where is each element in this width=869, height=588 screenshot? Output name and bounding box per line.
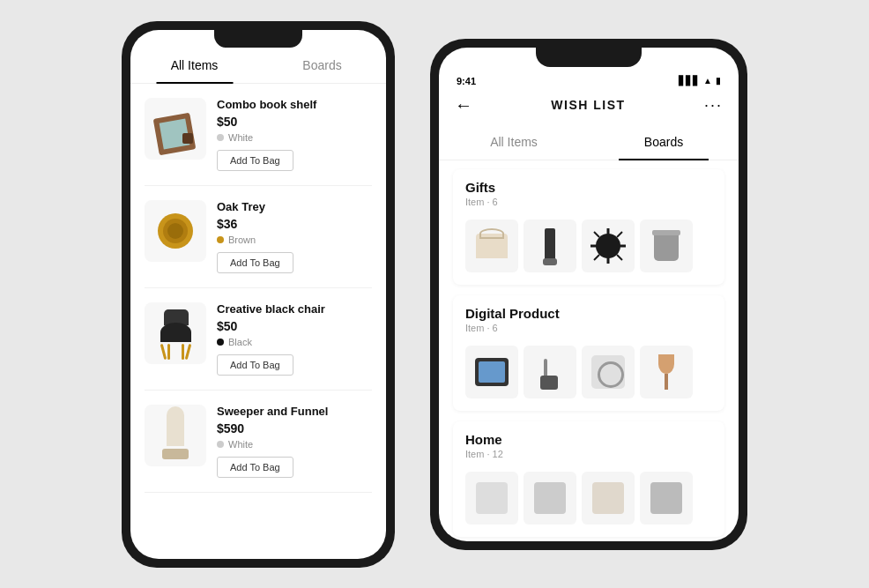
wifi-icon: ▲ xyxy=(703,76,712,86)
tabs-right: All Items Boards xyxy=(439,124,739,160)
chair-leg-fr xyxy=(184,343,191,359)
product-image-sweeper xyxy=(145,405,206,466)
board-section-home: Home Item · 12 xyxy=(453,421,724,537)
product-name-3: Creative black chair xyxy=(217,302,372,316)
svg-line-5 xyxy=(594,232,599,237)
color-dot-4 xyxy=(217,441,224,448)
status-time: 9:41 xyxy=(457,76,476,86)
board-section-gifts: Gifts Item · 6 xyxy=(453,169,724,285)
product-image-tray xyxy=(145,200,206,262)
board-digital-count: Item · 6 xyxy=(465,323,712,333)
status-bar: 9:41 ▋▋▋ ▲ ▮ xyxy=(439,67,739,90)
product-item: Oak Trey $36 Brown Add To Bag xyxy=(145,186,372,288)
product-color-4: White xyxy=(217,439,372,450)
cable-icon xyxy=(537,354,563,390)
lamp-icon xyxy=(655,354,678,390)
home-item-icon-4 xyxy=(650,482,682,514)
product-name-1: Combo book shelf xyxy=(217,98,372,111)
home-item-icon-2 xyxy=(534,482,566,514)
board-digital-header: Digital Product Item · 6 xyxy=(453,295,724,337)
board-img-lamp xyxy=(640,346,693,398)
product-item: Sweeper and Funnel $590 White Add To Bag xyxy=(145,391,372,493)
sweeper-base xyxy=(162,449,189,459)
board-home-count: Item · 12 xyxy=(465,449,712,459)
status-icons: ▋▋▋ ▲ ▮ xyxy=(679,76,721,86)
board-list: Gifts Item · 6 xyxy=(439,160,739,541)
tab-all-items-left[interactable]: All Items xyxy=(130,48,258,83)
board-section-digital: Digital Product Item · 6 xyxy=(453,295,724,411)
board-img-brush xyxy=(524,220,576,272)
board-img-home-1 xyxy=(465,472,518,525)
tray-circle-inner xyxy=(167,223,183,239)
product-info-2: Oak Trey $36 Brown Add To Bag xyxy=(217,200,372,273)
board-img-cable xyxy=(524,346,576,398)
board-digital-title: Digital Product xyxy=(465,306,712,321)
color-dot-2 xyxy=(217,236,224,243)
product-name-2: Oak Trey xyxy=(217,200,372,213)
right-screen: 9:41 ▋▋▋ ▲ ▮ ← WISH LIST ··· All Items B… xyxy=(439,48,739,541)
product-info-1: Combo book shelf $50 White Add To Bag xyxy=(217,98,372,171)
right-notch xyxy=(536,48,642,67)
tab-boards-left[interactable]: Boards xyxy=(258,48,386,83)
tab-all-items-right[interactable]: All Items xyxy=(439,124,589,160)
chair-leg-left xyxy=(167,344,170,360)
board-img-home-4 xyxy=(640,472,693,525)
back-button[interactable]: ← xyxy=(455,95,472,115)
product-item: Combo book shelf $50 White Add To Bag xyxy=(145,84,372,186)
right-phone: 9:41 ▋▋▋ ▲ ▮ ← WISH LIST ··· All Items B… xyxy=(430,39,747,550)
spiky-ball-icon xyxy=(590,228,626,264)
add-to-bag-btn-1[interactable]: Add To Bag xyxy=(217,150,293,171)
board-gifts-title: Gifts xyxy=(465,180,712,195)
chair-icon xyxy=(152,307,200,360)
add-to-bag-btn-4[interactable]: Add To Bag xyxy=(217,457,293,478)
svg-line-8 xyxy=(594,255,599,260)
product-price-4: $590 xyxy=(217,421,372,435)
board-home-header: Home Item · 12 xyxy=(453,421,724,463)
brush-icon xyxy=(545,228,555,264)
add-to-bag-btn-2[interactable]: Add To Bag xyxy=(217,252,293,273)
signal-icon: ▋▋▋ xyxy=(679,76,700,86)
left-phone: All Items Boards Combo book shelf $50 Wh… xyxy=(122,21,395,568)
sweeper-icon xyxy=(153,406,197,464)
product-price-2: $36 xyxy=(217,217,372,231)
add-to-bag-btn-3[interactable]: Add To Bag xyxy=(217,354,293,376)
product-price-1: $50 xyxy=(217,115,372,129)
wish-list-title: WISH LIST xyxy=(551,98,625,112)
home-item-icon-3 xyxy=(592,482,624,514)
sweeper-body xyxy=(167,406,184,446)
notch xyxy=(214,30,302,48)
board-img-spiky xyxy=(582,220,635,272)
chair-leg-right xyxy=(182,344,184,360)
tabs-left: All Items Boards xyxy=(130,48,386,84)
board-digital-images xyxy=(453,337,724,411)
board-img-home-3 xyxy=(582,472,635,525)
product-info-4: Sweeper and Funnel $590 White Add To Bag xyxy=(217,405,372,478)
chair-leg-fl xyxy=(160,343,167,359)
tablet-icon xyxy=(475,358,509,386)
tray-icon xyxy=(152,206,200,255)
chair-seat xyxy=(160,323,191,342)
washer-icon xyxy=(591,355,625,389)
product-item: Creative black chair $50 Black Add To Ba… xyxy=(145,288,372,391)
left-screen: All Items Boards Combo book shelf $50 Wh… xyxy=(130,30,386,559)
product-price-3: $50 xyxy=(217,319,372,333)
product-list: Combo book shelf $50 White Add To Bag xyxy=(130,84,386,559)
svg-point-0 xyxy=(596,234,620,258)
product-image-bookshelf xyxy=(145,98,206,160)
svg-line-7 xyxy=(617,232,622,237)
product-color-2: Brown xyxy=(217,234,372,245)
cup-icon xyxy=(654,230,679,261)
tab-boards-right[interactable]: Boards xyxy=(589,124,739,160)
wish-header: ← WISH LIST ··· xyxy=(439,90,739,124)
board-gifts-header: Gifts Item · 6 xyxy=(453,169,724,211)
board-img-washer xyxy=(582,346,635,398)
board-home-title: Home xyxy=(465,432,712,447)
board-gifts-count: Item · 6 xyxy=(465,197,712,207)
home-item-icon-1 xyxy=(476,482,508,514)
color-dot-3 xyxy=(217,339,224,346)
color-dot-1 xyxy=(217,134,224,141)
battery-icon: ▮ xyxy=(716,76,721,86)
more-options-button[interactable]: ··· xyxy=(704,96,723,115)
bag-icon xyxy=(476,234,508,258)
board-img-cup xyxy=(640,220,693,272)
